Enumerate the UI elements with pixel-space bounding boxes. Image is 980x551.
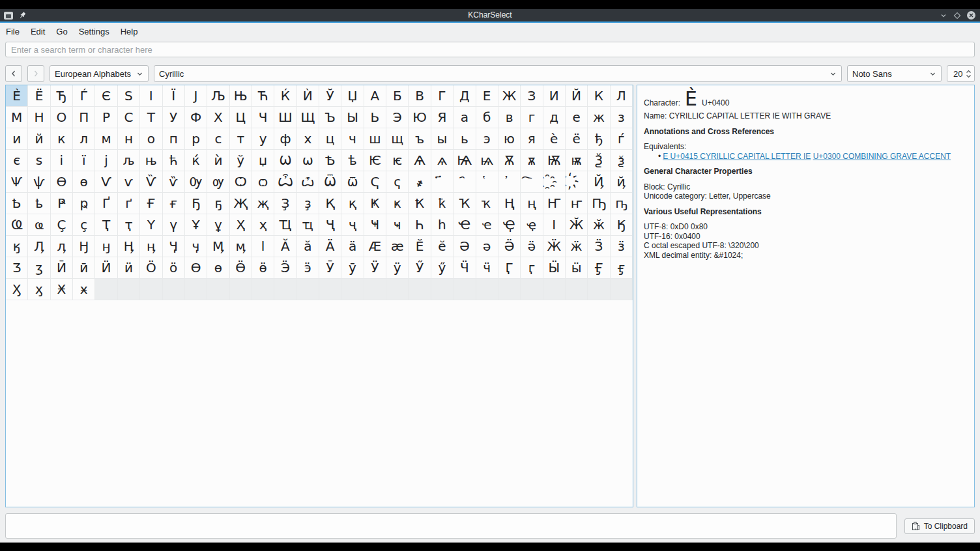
character-cell[interactable]: ј bbox=[95, 150, 117, 171]
character-cell[interactable]: ҂ bbox=[409, 171, 431, 193]
to-clipboard-button[interactable]: To Clipboard bbox=[904, 518, 975, 534]
character-cell[interactable]: Җ bbox=[230, 193, 252, 214]
character-cell[interactable]: ү bbox=[163, 214, 185, 236]
character-cell[interactable]: ӛ bbox=[521, 236, 543, 257]
character-cell[interactable]: К bbox=[588, 85, 610, 107]
character-cell[interactable]: Ѥ bbox=[364, 150, 386, 171]
character-cell[interactable]: Һ bbox=[409, 214, 431, 236]
character-cell[interactable]: Ҍ bbox=[6, 193, 28, 214]
character-cell[interactable]: Ӡ bbox=[6, 257, 28, 279]
character-cell[interactable]: п bbox=[163, 128, 185, 150]
character-cell[interactable]: ұ bbox=[207, 214, 229, 236]
character-cell[interactable]: љ bbox=[118, 150, 140, 171]
character-cell[interactable]: ѹ bbox=[207, 171, 229, 193]
character-cell[interactable]: щ bbox=[386, 128, 409, 150]
character-cell[interactable]: ӹ bbox=[566, 257, 588, 279]
character-cell[interactable]: Ѩ bbox=[454, 150, 476, 171]
character-cell[interactable]: о bbox=[140, 128, 162, 150]
character-cell[interactable]: к bbox=[51, 128, 73, 150]
character-cell[interactable]: Ғ bbox=[140, 193, 162, 214]
character-cell[interactable]: т bbox=[230, 128, 252, 150]
character-cell[interactable]: Ѷ bbox=[140, 171, 162, 193]
character-cell[interactable]: ӧ bbox=[163, 257, 185, 279]
character-cell[interactable]: ѕ bbox=[28, 150, 50, 171]
character-cell[interactable]: ф bbox=[274, 128, 296, 150]
character-cell[interactable]: ө bbox=[207, 257, 229, 279]
character-cell[interactable]: ҥ bbox=[566, 193, 588, 214]
character-cell[interactable]: ҏ bbox=[73, 193, 95, 214]
character-cell[interactable]: ѱ bbox=[28, 171, 50, 193]
character-cell[interactable]: л bbox=[73, 128, 95, 150]
character-cell[interactable]: Ѻ bbox=[230, 171, 252, 193]
menu-item-file[interactable]: File bbox=[6, 27, 20, 36]
character-cell[interactable]: Г bbox=[431, 85, 454, 107]
character-cell[interactable]: Щ bbox=[297, 107, 319, 128]
character-cell[interactable]: ң bbox=[521, 193, 543, 214]
block-select[interactable]: Cyrillic bbox=[154, 65, 842, 82]
character-cell[interactable]: Т bbox=[140, 107, 162, 128]
character-cell[interactable]: һ bbox=[431, 214, 454, 236]
character-cell[interactable]: д bbox=[543, 107, 566, 128]
character-cell[interactable]: ӳ bbox=[431, 257, 454, 279]
spin-down-icon[interactable] bbox=[966, 74, 972, 78]
character-cell[interactable]: ҹ bbox=[386, 214, 409, 236]
character-cell[interactable]: Ҽ bbox=[454, 214, 476, 236]
character-cell[interactable]: Љ bbox=[207, 85, 229, 107]
character-cell[interactable]: ѡ bbox=[297, 150, 319, 171]
character-cell[interactable]: Қ bbox=[319, 193, 341, 214]
character-cell[interactable]: Ф bbox=[185, 107, 207, 128]
character-cell[interactable]: Ӿ bbox=[51, 279, 73, 300]
character-cell[interactable]: Ҷ bbox=[319, 214, 341, 236]
character-cell[interactable]: Ѐ bbox=[6, 85, 28, 107]
character-cell[interactable]: ҍ bbox=[28, 193, 50, 214]
character-cell[interactable]: ӯ bbox=[341, 257, 364, 279]
character-cell[interactable]: м bbox=[95, 128, 117, 150]
character-cell[interactable]: Ӗ bbox=[409, 236, 431, 257]
close-icon[interactable] bbox=[967, 11, 975, 20]
character-cell[interactable]: ҽ bbox=[476, 214, 498, 236]
character-cell[interactable]: Ӊ bbox=[118, 236, 140, 257]
search-input[interactable] bbox=[5, 42, 975, 57]
character-cell[interactable]: ы bbox=[431, 128, 454, 150]
character-cell[interactable]: җ bbox=[252, 193, 274, 214]
character-cell[interactable]: Ј bbox=[185, 85, 207, 107]
character-cell[interactable]: ѓ bbox=[611, 128, 633, 150]
character-cell[interactable]: ҧ bbox=[611, 193, 633, 214]
character-cell[interactable]: С bbox=[118, 107, 140, 128]
character-cell[interactable]: Ѭ bbox=[543, 150, 566, 171]
character-cell[interactable]: х bbox=[297, 128, 319, 150]
character-cell[interactable]: Ь bbox=[364, 107, 386, 128]
character-cell[interactable]: Ӹ bbox=[543, 257, 566, 279]
character-cell[interactable]: Ӝ bbox=[543, 236, 566, 257]
character-cell[interactable]: Ѹ bbox=[185, 171, 207, 193]
character-cell[interactable]: ҄ bbox=[454, 171, 476, 193]
character-cell[interactable]: Ӯ bbox=[319, 257, 341, 279]
equivalent-link[interactable]: U+0300 COMBINING GRAVE ACCENT bbox=[813, 152, 951, 161]
character-cell[interactable]: ѵ bbox=[118, 171, 140, 193]
character-cell[interactable]: Ҝ bbox=[364, 193, 386, 214]
character-cell[interactable]: Ѱ bbox=[6, 171, 28, 193]
character-cell[interactable]: ӄ bbox=[6, 236, 28, 257]
character-cell[interactable]: Ѳ bbox=[51, 171, 73, 193]
character-cell[interactable]: ѫ bbox=[521, 150, 543, 171]
character-cell[interactable]: ѻ bbox=[252, 171, 274, 193]
character-cell[interactable]: ѩ bbox=[476, 150, 498, 171]
character-cell[interactable]: ӡ bbox=[28, 257, 50, 279]
character-cell[interactable]: Ҙ bbox=[274, 193, 296, 214]
font-select[interactable]: Noto Sans bbox=[847, 65, 942, 82]
character-cell[interactable]: Ѣ bbox=[319, 150, 341, 171]
character-cell[interactable]: ҿ bbox=[521, 214, 543, 236]
character-cell[interactable]: Ҡ bbox=[454, 193, 476, 214]
character-cell[interactable]: ю bbox=[498, 128, 521, 150]
character-cell[interactable]: Ү bbox=[140, 214, 162, 236]
character-cell[interactable]: ѝ bbox=[207, 150, 229, 171]
character-cell[interactable]: й bbox=[28, 128, 50, 150]
character-cell[interactable]: Ҳ bbox=[230, 214, 252, 236]
character-cell[interactable]: ӓ bbox=[341, 236, 364, 257]
character-cell[interactable]: Ш bbox=[274, 107, 296, 128]
character-cell[interactable]: Ӭ bbox=[274, 257, 296, 279]
character-cell[interactable]: ҆ bbox=[498, 171, 521, 193]
character-cell[interactable]: Ю bbox=[409, 107, 431, 128]
character-cell[interactable]: Ў bbox=[319, 85, 341, 107]
character-cell[interactable]: Ӥ bbox=[95, 257, 117, 279]
